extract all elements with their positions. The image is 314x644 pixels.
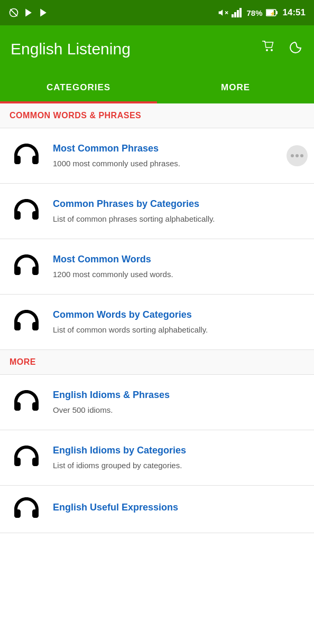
status-bar: 78% ⚡ 14:51 bbox=[0, 0, 314, 25]
item-desc-3: 1200 most commonly used words. bbox=[53, 269, 306, 280]
item-title-3: Most Common Words bbox=[53, 253, 306, 266]
app-title: English Listening bbox=[11, 40, 131, 58]
item-content-3: Most Common Words 1200 most commonly use… bbox=[53, 253, 306, 279]
svg-rect-7 bbox=[239, 8, 242, 17]
scroll-dots bbox=[291, 154, 303, 157]
status-right-info: 78% ⚡ 14:51 bbox=[218, 7, 306, 18]
svg-rect-4 bbox=[232, 14, 234, 17]
item-content-4: Common Words by Categories List of commo… bbox=[53, 309, 306, 335]
svg-rect-5 bbox=[234, 12, 236, 17]
item-desc-6: List of idioms grouped by categories. bbox=[53, 460, 306, 471]
headphone-icon-4 bbox=[8, 304, 44, 340]
mute-icon bbox=[218, 7, 228, 18]
headphone-icon-3 bbox=[8, 249, 44, 285]
play-icon-1 bbox=[23, 7, 34, 18]
section-title-more: MORE bbox=[10, 357, 36, 366]
content-area: COMMON WORDS & PHRASES Most Common Phras… bbox=[0, 103, 314, 533]
item-title-6: English Idioms by Categories bbox=[53, 444, 306, 457]
cart-icon[interactable] bbox=[261, 40, 277, 59]
battery-percent: 78% bbox=[246, 8, 262, 17]
headphone-icon-1 bbox=[8, 138, 44, 174]
item-title-2: Common Phrases by Categories bbox=[53, 198, 306, 210]
item-content-1: Most Common Phrases 1000 most commonly u… bbox=[53, 143, 306, 168]
list-item[interactable]: English Idioms by Categories List of idi… bbox=[0, 430, 314, 486]
item-content-2: Common Phrases by Categories List of com… bbox=[53, 198, 306, 224]
item-title-5: English Idioms & Phrases bbox=[53, 389, 306, 401]
headphone-icon-7 bbox=[8, 491, 44, 527]
svg-line-1 bbox=[10, 9, 17, 16]
header-actions bbox=[261, 40, 303, 59]
svg-text:⚡: ⚡ bbox=[270, 11, 276, 16]
headphone-icon-6 bbox=[8, 440, 44, 476]
scroll-hint bbox=[287, 145, 308, 166]
list-item[interactable]: Most Common Words 1200 most commonly use… bbox=[0, 239, 314, 295]
svg-point-13 bbox=[271, 49, 273, 51]
list-item[interactable]: English Idioms & Phrases Over 500 idioms… bbox=[0, 375, 314, 430]
svg-point-12 bbox=[266, 49, 268, 51]
item-title-1: Most Common Phrases bbox=[53, 143, 306, 155]
item-content-5: English Idioms & Phrases Over 500 idioms… bbox=[53, 389, 306, 415]
tab-more-label: MORE bbox=[221, 82, 250, 93]
section-title-common: COMMON WORDS & PHRASES bbox=[10, 111, 141, 120]
signal-icon bbox=[232, 8, 243, 17]
tab-categories[interactable]: CATEGORIES bbox=[0, 73, 157, 102]
scroll-dot-3 bbox=[300, 154, 303, 157]
headphone-icon-5 bbox=[8, 384, 44, 420]
section-header-more: MORE bbox=[0, 350, 314, 375]
clock-time: 14:51 bbox=[283, 7, 306, 18]
item-content-7: English Useful Expressions bbox=[53, 501, 306, 516]
item-desc-4: List of common words sorting alphabetica… bbox=[53, 324, 306, 335]
ring-icon bbox=[8, 7, 19, 18]
section-header-common: COMMON WORDS & PHRASES bbox=[0, 103, 314, 128]
item-title-7: English Useful Expressions bbox=[53, 501, 306, 514]
item-desc-1: 1000 most commonly used phrases. bbox=[53, 158, 306, 169]
list-item[interactable]: Common Phrases by Categories List of com… bbox=[0, 184, 314, 239]
svg-rect-10 bbox=[276, 11, 278, 14]
item-title-4: Common Words by Categories bbox=[53, 309, 306, 321]
svg-rect-6 bbox=[237, 10, 239, 17]
headphone-icon-2 bbox=[8, 193, 44, 229]
play-icon-2 bbox=[38, 7, 49, 18]
list-item[interactable]: Common Words by Categories List of commo… bbox=[0, 295, 314, 350]
app-header: English Listening bbox=[0, 25, 314, 73]
tab-categories-label: CATEGORIES bbox=[47, 82, 110, 93]
item-desc-5: Over 500 idioms. bbox=[53, 404, 306, 415]
tab-more[interactable]: MORE bbox=[157, 73, 314, 102]
list-item[interactable]: Most Common Phrases 1000 most commonly u… bbox=[0, 128, 314, 184]
item-desc-2: List of common phrases sorting alphabeti… bbox=[53, 213, 306, 224]
tab-bar: CATEGORIES MORE bbox=[0, 73, 314, 103]
item-content-6: English Idioms by Categories List of idi… bbox=[53, 444, 306, 470]
status-left-icons bbox=[8, 7, 49, 18]
list-item[interactable]: English Useful Expressions bbox=[0, 486, 314, 533]
night-mode-icon[interactable] bbox=[288, 40, 303, 59]
scroll-dot-2 bbox=[295, 154, 299, 157]
battery-icon: ⚡ bbox=[266, 9, 278, 16]
scroll-dot-1 bbox=[291, 154, 294, 157]
